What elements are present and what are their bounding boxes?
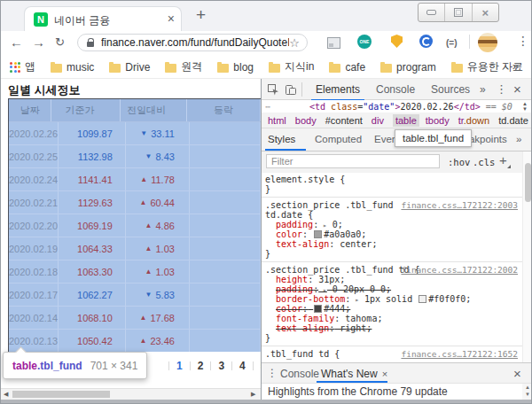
devtools-tab-sources[interactable]: Sources bbox=[423, 79, 478, 100]
css-property[interactable]: padding: ▸ 0; bbox=[262, 220, 522, 229]
bookmark-folder[interactable]: cafe bbox=[329, 61, 365, 74]
styles-scrollbar[interactable] bbox=[522, 152, 532, 362]
scrollbar-thumb[interactable] bbox=[525, 163, 531, 202]
bookmark-folder[interactable]: blog bbox=[217, 61, 254, 74]
css-property[interactable]: color: #a0a0a0; bbox=[262, 229, 522, 239]
styles-filter-input[interactable] bbox=[266, 154, 440, 168]
page-number[interactable]: 4 bbox=[239, 360, 246, 372]
css-selector[interactable]: .section_price .tbl_fund td {finance.css… bbox=[262, 265, 522, 275]
rule-divider bbox=[262, 197, 522, 198]
page-horizontal-scrollbar[interactable]: ◀ ▶ bbox=[1, 388, 261, 400]
tab-close-icon[interactable]: × bbox=[382, 369, 387, 379]
breadcrumb-item[interactable]: div bbox=[372, 115, 384, 126]
css-selector[interactable]: .section_price .tbl_fundfinance.css…1721… bbox=[262, 200, 522, 210]
browser-tab[interactable]: N 네이버 금융 × bbox=[24, 6, 182, 31]
bookmark-folder[interactable]: 지식in bbox=[269, 59, 314, 74]
selected-dom-node[interactable]: ⋯ <td class="date">2020.02.26</td> == $0 bbox=[262, 100, 532, 113]
css-selector[interactable]: .tbl_fund td {finance.css…172122:1652▼ bbox=[262, 349, 522, 359]
color-swatch[interactable] bbox=[419, 295, 426, 303]
breadcrumb-item[interactable]: html bbox=[268, 115, 286, 126]
scroll-left-icon[interactable]: ◀ bbox=[4, 391, 8, 398]
device-toolbar-icon[interactable] bbox=[285, 83, 297, 96]
drawer-tab-whats-new[interactable]: What's New× bbox=[321, 368, 387, 380]
css-selector[interactable]: element.style { bbox=[262, 175, 522, 184]
window-minimize-button[interactable] bbox=[419, 4, 444, 21]
extension-collapsed-icon[interactable]: (=) bbox=[446, 38, 458, 48]
css-property[interactable]: height: 31px; bbox=[262, 275, 522, 284]
folder-icon bbox=[269, 64, 280, 73]
bookmark-folder[interactable]: Drive bbox=[109, 61, 150, 74]
stylesheet-link[interactable]: finance.css…172122:2003 bbox=[401, 200, 518, 210]
url-text[interactable]: finance.naver.com/fund/fundDailyQuoteLis… bbox=[101, 36, 289, 49]
new-tab-button[interactable]: + bbox=[196, 5, 206, 25]
extension-one-icon[interactable]: ONE bbox=[357, 35, 372, 49]
scroll-right-icon[interactable]: ▶ bbox=[251, 391, 255, 398]
bookmark-folder[interactable]: 원격 bbox=[165, 59, 202, 74]
css-selector[interactable]: td.date { bbox=[262, 210, 522, 220]
expand-arrow-icon[interactable]: ▸ bbox=[350, 296, 359, 304]
css-property[interactable]: color: #444; bbox=[262, 304, 522, 314]
bookmark-folder[interactable]: music bbox=[51, 61, 94, 74]
color-swatch[interactable] bbox=[314, 305, 322, 313]
devtools-menu-icon[interactable]: ⋮ bbox=[496, 82, 507, 96]
css-property[interactable]: font-family: tahoma; bbox=[262, 314, 522, 323]
forward-button[interactable]: → bbox=[32, 35, 45, 50]
bookmark-label: Drive bbox=[125, 61, 150, 74]
toggle-pseudo-button[interactable]: :hov bbox=[448, 157, 470, 167]
node-stepper-icon[interactable]: ▲▼ bbox=[522, 101, 528, 112]
scrollbar-thumb[interactable] bbox=[12, 391, 110, 398]
collapsed-dots[interactable]: ⋯ bbox=[265, 102, 270, 112]
cell-price: 1062.27 bbox=[59, 284, 126, 306]
devtools-close-icon[interactable]: × bbox=[513, 82, 521, 97]
tab-computed[interactable]: Computed bbox=[315, 134, 362, 144]
breadcrumb-item[interactable]: tr.down bbox=[458, 115, 489, 126]
breadcrumb-item[interactable]: table bbox=[393, 114, 419, 127]
devtools-tabs-overflow-icon[interactable]: » bbox=[480, 83, 486, 96]
bookmark-folder[interactable]: program bbox=[380, 61, 436, 74]
property-text: font-family: tahoma; bbox=[276, 314, 382, 323]
page-number[interactable]: 3 bbox=[218, 360, 224, 372]
drawer-menu-icon[interactable]: ⋮ bbox=[267, 367, 278, 379]
extension-blue-icon[interactable] bbox=[419, 35, 433, 48]
css-property[interactable]: text-align: right; bbox=[262, 323, 522, 333]
toggle-class-button[interactable]: .cls bbox=[473, 157, 495, 167]
window-maximize-button[interactable] bbox=[444, 4, 471, 21]
cell-price: 1069.19 bbox=[59, 214, 126, 237]
breadcrumb-item[interactable]: body bbox=[295, 115, 317, 126]
drawer-close-icon[interactable]: × bbox=[513, 366, 521, 381]
devtools-tab-console[interactable]: Console bbox=[368, 79, 423, 100]
new-style-rule-button[interactable]: + bbox=[499, 152, 507, 167]
expand-arrow-icon[interactable]: ▸ bbox=[318, 286, 327, 294]
css-property[interactable]: padding: ▸ 0 20px 0 0; bbox=[262, 284, 522, 294]
stylesheet-link[interactable]: finance.css…172122:2002 bbox=[401, 265, 518, 275]
css-property[interactable]: text-align: center; bbox=[262, 239, 522, 249]
bookmarks-overflow-icon[interactable]: » bbox=[512, 59, 519, 73]
extension-screenshot-icon[interactable] bbox=[327, 37, 340, 49]
profile-avatar[interactable] bbox=[478, 33, 497, 52]
breadcrumb-item[interactable]: tbody bbox=[426, 115, 450, 126]
chrome-menu-icon[interactable]: ⋮ bbox=[517, 34, 529, 48]
address-bar[interactable]: finance.naver.com/fund/fundDailyQuoteLis… bbox=[77, 34, 308, 51]
drawer-tab-console[interactable]: Console bbox=[280, 368, 319, 380]
tab-close-icon[interactable]: × bbox=[168, 12, 175, 26]
page-number[interactable]: 2 bbox=[198, 360, 204, 372]
tab-styles[interactable]: Styles bbox=[268, 134, 295, 144]
breadcrumb-item[interactable]: td.date bbox=[498, 115, 528, 126]
breadcrumb-item[interactable]: #content bbox=[325, 115, 363, 126]
reload-button[interactable]: ↻ bbox=[55, 35, 65, 49]
devtools-tab-elements[interactable]: Elements bbox=[308, 79, 368, 100]
bookmark-star-icon[interactable]: ☆ bbox=[289, 36, 300, 50]
new-style-rule-dropdown-icon[interactable] bbox=[507, 165, 511, 168]
stylesheet-link[interactable]: finance.css…172122:1652 bbox=[401, 349, 518, 359]
window-close-button[interactable]: × bbox=[472, 4, 498, 21]
back-button[interactable]: ← bbox=[10, 35, 23, 50]
color-swatch[interactable] bbox=[314, 230, 322, 238]
styles-tabs-overflow-icon[interactable]: » bbox=[516, 134, 521, 144]
drawer-scroll-stepper[interactable]: ▲▼ bbox=[522, 384, 532, 400]
inspect-element-icon[interactable] bbox=[267, 83, 279, 96]
css-property[interactable]: border-bottom: ▸ 1px solid #f0f0f0; bbox=[262, 294, 522, 304]
toolbar-separator bbox=[301, 82, 302, 97]
page-number[interactable]: 1 bbox=[176, 360, 183, 372]
bookmark-apps[interactable]: 앱 bbox=[10, 59, 35, 74]
expand-arrow-icon[interactable]: ▸ bbox=[318, 221, 327, 229]
